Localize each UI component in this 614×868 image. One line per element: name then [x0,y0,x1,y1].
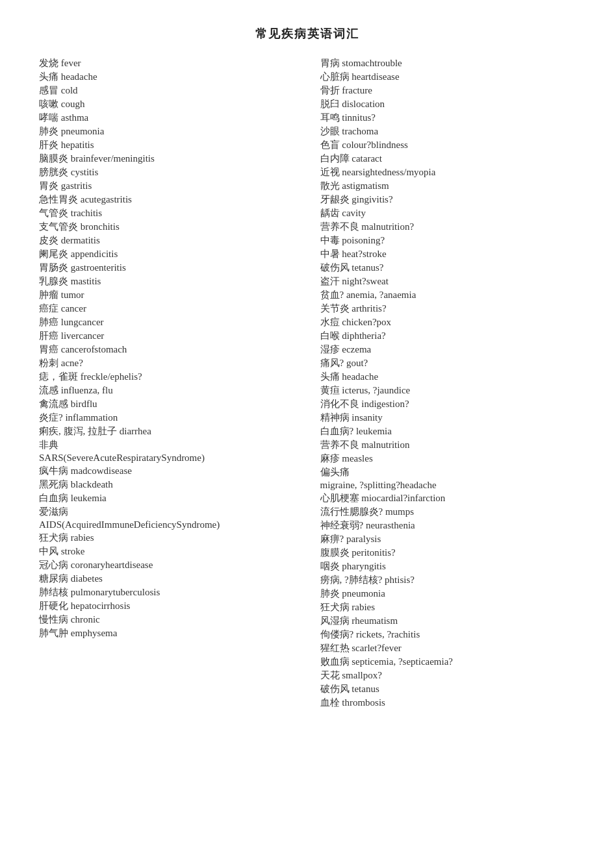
list-item: 沙眼 trachoma [320,125,576,138]
entry-zh: SARS(SevereAcuteRespiratarySyndrome) [39,453,205,463]
entry-en: leukemia [356,426,392,436]
entry-zh: 脱臼 [320,99,342,109]
entry-en: acutegastritis [81,194,132,205]
list-item: 哮喘 asthma [39,112,294,124]
entry-zh: 咽炎 [320,561,342,571]
list-item: 癌症 cancer [39,303,294,315]
entry-en: cancerofstomach [61,344,127,354]
entry-zh: 胃炎 [39,180,61,191]
entry-zh: 破伤风 [320,262,352,273]
entry-zh: 中毒 [320,235,342,245]
entry-zh: 白血病 [39,493,71,503]
entry-en: pharyngitis [342,561,386,571]
list-item: 咽炎 pharyngitis [320,560,576,573]
list-item: 血栓 thrombosis [320,697,576,709]
entry-en: stroke [61,546,85,556]
entry-en: fever [61,58,81,68]
list-item: 白血病? leukemia [320,425,576,438]
entry-zh: 肝硬化 [39,601,71,611]
entry-zh: 肝癌 [39,330,61,341]
list-item: 肝癌 livercancer [39,330,294,342]
entry-en: emphysema [71,628,118,638]
list-item: 龋齿 cavity [320,207,576,219]
entry-en: cataract [352,153,382,164]
entry-en: rabies [352,602,375,612]
list-item: 黑死病 blackdeath [39,478,294,491]
entry-zh: 头痛 [39,71,61,82]
list-item: AIDS(AcquiredImmuneDeficiencySyndrome) [39,519,294,530]
list-item: 头痛 headache [39,71,294,83]
entry-zh: 骨折 [320,85,342,95]
entry-en: headache [342,371,378,382]
entry-zh: 散光 [320,180,342,191]
entry-en: coronaryheartdisease [71,560,153,570]
list-item: 狂犬病 rabies [320,601,576,614]
entry-zh: 痢疾, 腹泻, 拉肚子 [39,426,120,436]
list-item: 散光 astigmatism [320,180,576,192]
entry-en: blackdeath [71,479,113,490]
entry-zh: 痨病, ?肺结核? [320,575,385,585]
entry-zh: 耳鸣 [320,112,342,123]
entry-zh: 乳腺炎 [39,276,71,286]
list-item: 麻疹 measles [320,453,576,465]
list-item: 冠心病 coronaryheartdisease [39,559,294,571]
list-item: 色盲 colour?blindness [320,139,576,151]
entry-zh: 血栓 [320,697,342,708]
columns-container: 发烧 fever头痛 headache感冒 cold咳嗽 cough哮喘 ast… [39,57,575,842]
list-item: 肺炎 pneumonia [39,125,294,138]
list-item: 神经衰弱? neurasthenia [320,519,576,532]
entry-en: stomachtrouble [342,58,402,68]
entry-zh: 盗汗 [320,276,342,286]
entry-en: headache [61,71,97,82]
list-item: 炎症? inflammation [39,412,294,424]
entry-zh: 肺炎 [39,126,61,136]
entry-zh: 白喉 [320,330,342,341]
entry-zh: 痣，雀斑 [39,371,81,382]
entry-zh: 肺炎 [320,588,342,599]
entry-en: appendicitis [71,249,118,259]
entry-zh: 龋齿 [320,208,342,218]
entry-zh: 营养不良 [320,221,362,232]
entry-en: septicemia, ?septicaemia? [352,656,453,667]
list-item: 急性胃炎 acutegastritis [39,193,294,206]
entry-zh: 流感 [39,385,61,395]
entry-zh: 关节炎 [320,303,352,314]
list-item: 痛风? gout? [320,357,576,369]
entry-zh: 冠心病 [39,560,71,570]
entry-zh: 慢性病 [39,614,71,625]
entry-zh: 神经衰弱? [320,520,366,530]
entry-zh: 心肌梗塞 [320,493,362,503]
list-item: 耳鸣 tinnitus? [320,112,576,124]
entry-en: rickets, ?rachitis [356,629,420,639]
list-item: 阑尾炎 appendicitis [39,248,294,260]
entry-en: heartdisease [352,71,399,82]
entry-en: diarrhea [120,426,151,436]
entry-en: night?sweat [342,276,389,286]
entry-en: gastroenteritis [71,262,126,273]
entry-zh: 消化不良 [320,399,362,409]
list-item: 猩红热 scarlet?fever [320,642,576,654]
entry-zh: 痛风? [320,358,346,368]
entry-zh: 营养不良 [320,440,362,450]
entry-en: nearsightedness/myopia [342,167,435,177]
entry-zh: 皮炎 [39,235,61,245]
entry-en: lungcancer [61,317,104,327]
list-item: 胃癌 cancerofstomach [39,343,294,356]
list-item: 气管炎 trachitis [39,207,294,219]
list-item: 感冒 cold [39,84,294,97]
list-item: 流行性腮腺炎? mumps [320,506,576,518]
list-item: 胃病 stomachtrouble [320,57,576,69]
entry-zh: 胃肠炎 [39,262,71,273]
entry-zh: 中暑 [320,249,342,259]
entry-en: malnutrition? [361,221,414,232]
list-item: 非典 [39,439,294,451]
list-item: 中风 stroke [39,545,294,558]
list-item: 痨病, ?肺结核? phtisis? [320,574,576,586]
entry-en: leukemia [71,493,107,503]
entry-en: dislocation [342,99,385,109]
list-item: 肿瘤 tumor [39,289,294,301]
list-item: 营养不良 malnutrition? [320,221,576,233]
entry-en: hepatocirrhosis [71,601,131,611]
entry-zh: 肝炎 [39,140,61,150]
entry-zh: 急性胃炎 [39,194,81,205]
